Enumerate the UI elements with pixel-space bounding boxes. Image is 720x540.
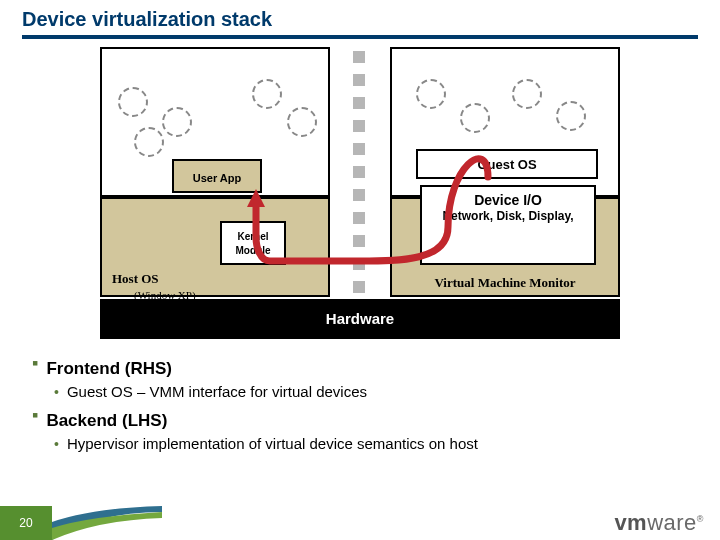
vmm-label: Virtual Machine Monitor bbox=[392, 275, 618, 291]
process-circle bbox=[118, 87, 148, 117]
subbullet-backend: • Hypervisor implementation of virtual d… bbox=[32, 435, 688, 453]
panel-guest-vm: Guest OS (Linux) bbox=[390, 47, 620, 197]
guest-os-label: Guest OS bbox=[477, 157, 536, 172]
title-underline bbox=[22, 35, 698, 39]
device-io-items: Network, Disk, Display, bbox=[422, 209, 594, 224]
bullet-content: ▪ Frontend (RHS) • Guest OS – VMM interf… bbox=[0, 349, 720, 453]
kernel-module-box: Kernel Module bbox=[220, 221, 286, 265]
process-circle bbox=[512, 79, 542, 109]
device-io-title: Device I/O bbox=[474, 192, 542, 208]
user-app-box: User App bbox=[172, 159, 262, 193]
panel-vmm: Device I/O Network, Disk, Display, Virtu… bbox=[390, 197, 620, 297]
vm-boundary-divider bbox=[353, 47, 367, 297]
process-circle bbox=[460, 103, 490, 133]
footer: 20 vmware® bbox=[0, 506, 720, 540]
diagram: User App Guest OS (Linux) Kernel Module … bbox=[100, 47, 620, 347]
process-circle bbox=[162, 107, 192, 137]
bullet-dot-icon: • bbox=[54, 435, 59, 453]
subbullet-frontend-text: Guest OS – VMM interface for virtual dev… bbox=[67, 383, 367, 400]
process-circle bbox=[556, 101, 586, 131]
subbullet-backend-text: Hypervisor implementation of virtual dev… bbox=[67, 435, 478, 452]
bullet-square-icon: ▪ bbox=[32, 353, 38, 373]
process-circle bbox=[287, 107, 317, 137]
subbullet-frontend: • Guest OS – VMM interface for virtual d… bbox=[32, 383, 688, 401]
device-io-box: Device I/O Network, Disk, Display, bbox=[420, 185, 596, 265]
host-os-text: Host OS bbox=[112, 271, 159, 286]
process-circle bbox=[134, 127, 164, 157]
bullet-frontend: ▪ Frontend (RHS) bbox=[32, 353, 688, 381]
bullet-backend-text: Backend (LHS) bbox=[46, 411, 167, 431]
vmware-logo: vmware® bbox=[614, 510, 704, 536]
bullet-backend: ▪ Backend (LHS) bbox=[32, 405, 688, 433]
logo-reg: ® bbox=[697, 514, 704, 524]
page-number: 20 bbox=[0, 506, 52, 540]
guest-os-box: Guest OS (Linux) bbox=[416, 149, 598, 179]
process-circle bbox=[416, 79, 446, 109]
hardware-bar: Hardware bbox=[100, 299, 620, 339]
panel-host-userspace: User App bbox=[100, 47, 330, 197]
footer-swoosh-icon bbox=[52, 506, 162, 540]
bullet-square-icon: ▪ bbox=[32, 405, 38, 425]
bullet-dot-icon: • bbox=[54, 383, 59, 401]
process-circle bbox=[252, 79, 282, 109]
bullet-frontend-text: Frontend (RHS) bbox=[46, 359, 172, 379]
slide-title: Device virtualization stack bbox=[0, 0, 720, 35]
logo-text: ware bbox=[647, 510, 697, 535]
panel-host-os: Kernel Module Host OS (Window XP) bbox=[100, 197, 330, 297]
